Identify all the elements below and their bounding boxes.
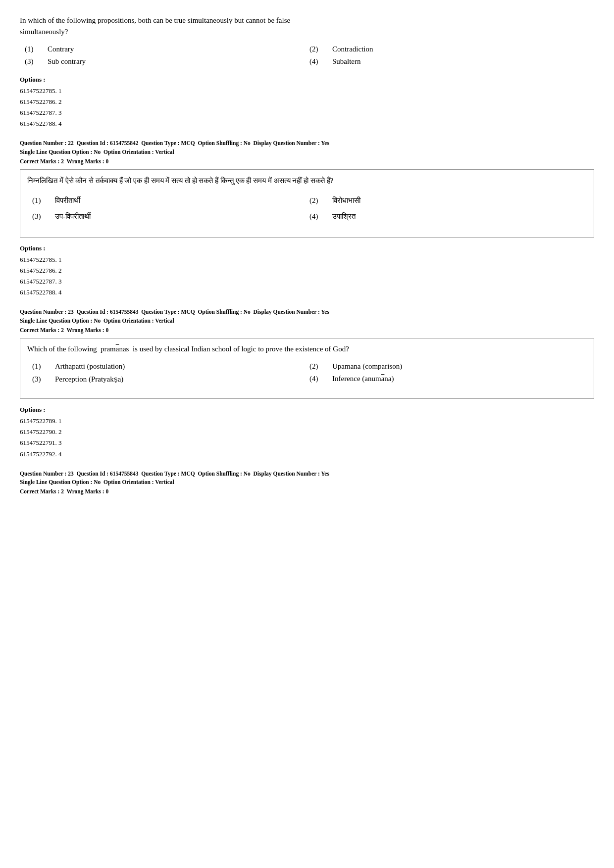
option-text: Contrary — [48, 45, 74, 53]
question-line-1: In which of the following propositions, … — [20, 16, 290, 24]
bordered-question-23: Which of the following pramanas is used … — [20, 338, 594, 399]
question-meta-22: Question Number : 22 Question Id : 61547… — [20, 139, 594, 156]
option-item: (2) विरोधाभासी — [309, 194, 587, 206]
options-grid-23: (1) Arthapatti (postulation) (2) Upamana… — [27, 362, 587, 384]
option-id-list-23: 61547522789. 1 61547522790. 2 6154752279… — [20, 416, 594, 459]
options-label-22: Options : — [20, 244, 594, 252]
question-meta-23-second: Question Number : 23 Question Id : 61547… — [20, 470, 594, 487]
correct-marks-23-second: Correct Marks : 2 Wrong Marks : 0 — [20, 488, 594, 494]
option-num: (2) — [309, 45, 324, 53]
option-id-item: 61547522792. 4 — [20, 449, 594, 460]
option-item: (3) Sub contrary — [25, 57, 309, 66]
option-text: Upamana (comparison) — [332, 362, 402, 371]
bordered-question-22: निम्नलिखित में ऐसे कौन से तर्कवाक्य हैं … — [20, 169, 594, 238]
option-text: विपरीतार्थी — [55, 194, 80, 206]
option-num: (3) — [25, 57, 40, 66]
question-text-21-english: In which of the following propositions, … — [20, 15, 594, 37]
option-id-list-22: 61547522785. 1 61547522786. 2 6154752278… — [20, 254, 594, 298]
option-item: (2) Contradiction — [309, 45, 594, 53]
option-num: (1) — [32, 362, 47, 371]
option-text: उपाश्रित — [332, 210, 356, 222]
option-item: (1) विपरीतार्थी — [32, 194, 309, 206]
question-text-22-hindi: निम्नलिखित में ऐसे कौन से तर्कवाक्य हैं … — [27, 175, 587, 187]
question-block-22: Question Number : 22 Question Id : 61547… — [20, 139, 594, 298]
option-num: (4) — [309, 57, 324, 66]
question-text-23: Which of the following pramanas is used … — [27, 343, 587, 355]
option-text: Subaltern — [332, 57, 361, 66]
question-line-2: simultaneously? — [20, 28, 68, 36]
option-id-item: 61547522789. 1 — [20, 416, 594, 427]
option-id-item: 61547522785. 1 — [20, 254, 594, 265]
option-id-item: 61547522787. 3 — [20, 276, 594, 287]
option-id-item: 61547522786. 2 — [20, 265, 594, 276]
correct-marks-23: Correct Marks : 2 Wrong Marks : 0 — [20, 327, 594, 333]
option-item: (1) Arthapatti (postulation) — [32, 362, 309, 371]
option-id-item: 61547522788. 4 — [20, 287, 594, 298]
option-item: (4) Subaltern — [309, 57, 594, 66]
question-block-23-second: Question Number : 23 Question Id : 61547… — [20, 470, 594, 495]
option-item: (3) उप-विपरीतार्थी — [32, 210, 309, 222]
options-label: Options : — [20, 76, 594, 84]
option-item: (4) Inference (anumana) — [309, 375, 587, 384]
option-text: Contradiction — [332, 45, 373, 53]
option-text: Arthapatti (postulation) — [55, 362, 125, 371]
option-item: (1) Contrary — [25, 45, 309, 53]
option-text: उप-विपरीतार्थी — [55, 210, 91, 222]
options-grid-22: (1) विपरीतार्थी (2) विरोधाभासी (3) उप-वि… — [27, 194, 587, 222]
option-id-list: 61547522785. 1 61547522786. 2 6154752278… — [20, 86, 594, 129]
option-num: (4) — [309, 375, 324, 383]
option-item: (2) Upamana (comparison) — [309, 362, 587, 371]
option-text: विरोधाभासी — [332, 194, 360, 206]
option-text: Sub contrary — [48, 57, 86, 66]
option-id-item: 61547522788. 4 — [20, 118, 594, 129]
option-num: (2) — [309, 362, 324, 371]
option-num: (2) — [309, 196, 324, 205]
option-id-item: 61547522790. 2 — [20, 427, 594, 437]
option-id-item: 61547522785. 1 — [20, 86, 594, 96]
option-item: (3) Perception (Pratyakṣa) — [32, 375, 309, 384]
option-num: (4) — [309, 212, 324, 221]
option-text: Inference (anumana) — [332, 375, 394, 383]
question-block-21-english: In which of the following propositions, … — [20, 15, 594, 129]
options-grid-21-english: (1) Contrary (2) Contradiction (3) Sub c… — [20, 45, 594, 66]
option-id-item: 61547522791. 3 — [20, 437, 594, 448]
option-num: (1) — [32, 196, 47, 205]
option-id-item: 61547522787. 3 — [20, 107, 594, 118]
option-id-item: 61547522786. 2 — [20, 96, 594, 107]
option-num: (3) — [32, 212, 47, 221]
options-label-23: Options : — [20, 406, 594, 414]
option-num: (1) — [25, 45, 40, 53]
option-text: Perception (Pratyakṣa) — [55, 375, 123, 384]
correct-marks-22: Correct Marks : 2 Wrong Marks : 0 — [20, 158, 594, 164]
question-meta-23: Question Number : 23 Question Id : 61547… — [20, 308, 594, 325]
option-item: (4) उपाश्रित — [309, 210, 587, 222]
question-block-23: Question Number : 23 Question Id : 61547… — [20, 308, 594, 459]
option-num: (3) — [32, 375, 47, 384]
